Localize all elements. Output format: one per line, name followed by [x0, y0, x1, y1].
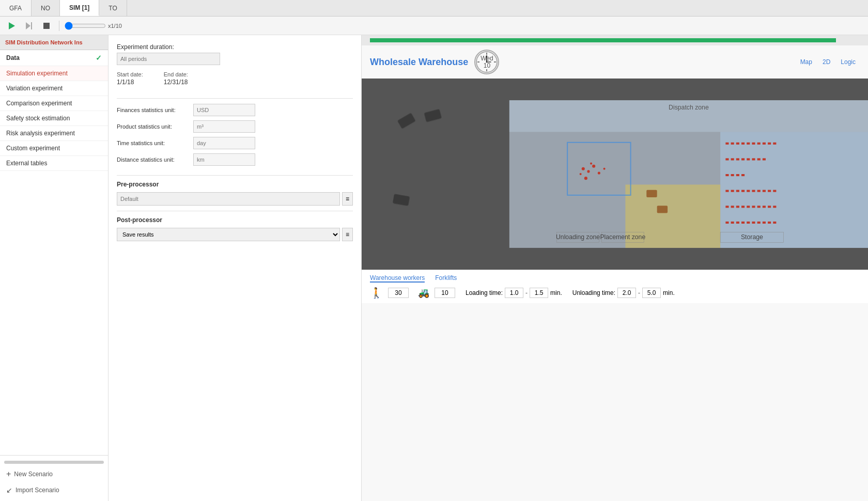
product-row: Product statistics unit:: [117, 120, 353, 133]
svg-rect-30: [773, 143, 776, 145]
nav-item-comparison-exp[interactable]: Comparison experiment: [0, 96, 108, 111]
svg-text:Storage: Storage: [741, 233, 763, 241]
warehouse-map[interactable]: Dispatch zone: [362, 79, 868, 270]
svg-rect-65: [736, 222, 739, 224]
svg-point-80: [590, 163, 592, 165]
svg-rect-41: [736, 174, 739, 176]
svg-rect-36: [752, 158, 755, 160]
svg-rect-57: [747, 206, 750, 208]
sidebar-title: SIM Distribution Network Ins: [0, 35, 108, 50]
workers-controls: 🚶 🚜 Loading time: - min. Unloading time:…: [370, 287, 860, 299]
new-scenario-button[interactable]: + New Scenario: [0, 466, 108, 482]
time-input[interactable]: [193, 137, 255, 149]
svg-rect-48: [752, 190, 755, 192]
nav-item-custom[interactable]: Custom experiment: [0, 141, 108, 156]
svg-rect-54: [731, 206, 734, 208]
postprocessor-select[interactable]: Save results: [117, 228, 340, 241]
svg-rect-59: [757, 206, 761, 208]
svg-text:Placement zone: Placement zone: [600, 233, 645, 241]
progress-bar: [370, 38, 836, 42]
svg-text:Unloading zone: Unloading zone: [556, 233, 600, 241]
svg-rect-50: [763, 190, 766, 192]
preprocessor-title: Pre-processor: [117, 181, 353, 188]
svg-point-78: [603, 168, 606, 170]
svg-rect-81: [646, 190, 657, 197]
svg-rect-82: [657, 206, 668, 213]
svg-rect-25: [747, 143, 750, 145]
tab-to[interactable]: TO: [99, 0, 127, 16]
svg-rect-12: [362, 100, 509, 248]
svg-rect-64: [731, 222, 734, 224]
unloading-min-input[interactable]: [617, 288, 636, 298]
forklifts-tab[interactable]: Forklifts: [435, 274, 457, 283]
svg-rect-63: [725, 222, 729, 224]
postprocessor-title: Post-processor: [117, 216, 353, 224]
preprocessor-row: ≡: [117, 192, 353, 206]
svg-rect-61: [768, 206, 771, 208]
svg-rect-47: [747, 190, 750, 192]
loading-min-input[interactable]: [505, 288, 523, 298]
all-periods-input[interactable]: [117, 53, 220, 65]
end-date-item: End date: 12/31/18: [164, 71, 188, 86]
unloading-max-input[interactable]: [642, 288, 661, 298]
svg-rect-58: [752, 206, 755, 208]
unloading-time-controls: Unloading time: - min.: [572, 288, 675, 298]
nav-item-simulation[interactable]: Simulation experiment: [0, 66, 108, 81]
loading-max-input[interactable]: [530, 288, 548, 298]
nav-menu: Data ✓ Simulation experiment Variation e…: [0, 50, 108, 455]
logic-view-btn[interactable]: Logic: [836, 56, 860, 68]
svg-rect-53: [725, 206, 729, 208]
workers-tabs: Warehouse workers Forklifts: [370, 274, 860, 283]
forklifts-count-input[interactable]: [435, 288, 455, 298]
svg-rect-35: [747, 158, 750, 160]
2d-view-btn[interactable]: 2D: [818, 56, 834, 68]
preprocessor-input[interactable]: [117, 192, 340, 206]
toolbar: x1/10: [0, 17, 868, 35]
workers-count-input[interactable]: [388, 288, 409, 298]
svg-rect-49: [757, 190, 761, 192]
import-scenario-button[interactable]: ↙ Import Scenario: [0, 482, 108, 498]
view-buttons: Map 2D Logic: [796, 56, 860, 68]
finances-input[interactable]: [193, 104, 255, 116]
warehouse-title: Wholesale Warehouse: [370, 57, 468, 68]
sidebar-scrollbar[interactable]: [4, 461, 104, 464]
svg-rect-32: [731, 158, 734, 160]
svg-rect-38: [763, 158, 766, 160]
tab-sim[interactable]: SIM [1]: [60, 0, 99, 16]
postprocessor-menu-btn[interactable]: ≡: [342, 228, 353, 241]
svg-point-79: [584, 177, 587, 180]
nav-item-risk-analysis[interactable]: Risk analysis experiment: [0, 126, 108, 141]
distance-row: Distance statistics unit:: [117, 153, 353, 166]
svg-rect-52: [773, 190, 776, 192]
tab-gfa[interactable]: GFA: [0, 0, 32, 16]
svg-rect-2: [31, 22, 32, 29]
product-input[interactable]: [193, 120, 255, 133]
svg-rect-46: [741, 190, 745, 192]
speed-range[interactable]: [65, 22, 106, 30]
speed-label: x1/10: [108, 23, 122, 29]
right-panel: Wholesale Warehouse Wed10: [362, 35, 868, 501]
svg-rect-68: [752, 222, 755, 224]
nav-item-safety-stock[interactable]: Safety stock estimation: [0, 111, 108, 126]
svg-rect-55: [736, 206, 739, 208]
svg-rect-51: [768, 190, 771, 192]
map-view-btn[interactable]: Map: [796, 56, 816, 68]
nav-item-variation[interactable]: Variation experiment: [0, 81, 108, 96]
distance-input[interactable]: [193, 153, 255, 166]
nav-item-data[interactable]: Data ✓: [0, 50, 108, 66]
nav-item-external-tables[interactable]: External tables: [0, 156, 108, 171]
svg-rect-31: [725, 158, 729, 160]
svg-rect-69: [757, 222, 761, 224]
warehouse-header: Wholesale Warehouse Wed10: [362, 45, 868, 79]
stop-button[interactable]: [39, 20, 54, 32]
play-step-button[interactable]: [22, 20, 36, 32]
preprocessor-menu-btn[interactable]: ≡: [342, 192, 353, 206]
forklift-icon: 🚜: [418, 287, 429, 299]
svg-rect-56: [741, 206, 745, 208]
svg-rect-37: [757, 158, 761, 160]
tab-no[interactable]: NO: [32, 0, 60, 16]
play-button[interactable]: [4, 20, 19, 32]
svg-point-77: [598, 171, 600, 174]
warehouse-workers-tab[interactable]: Warehouse workers: [370, 274, 425, 283]
workers-panel: Warehouse workers Forklifts 🚶 🚜 Loading …: [362, 270, 868, 303]
